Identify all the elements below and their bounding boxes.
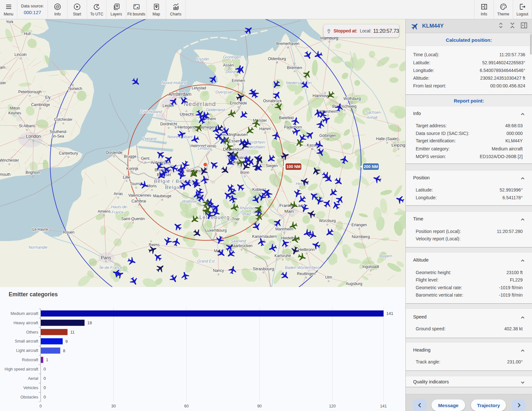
svg-text:Hamm: Hamm bbox=[259, 127, 270, 131]
svg-text:Utrecht: Utrecht bbox=[180, 112, 194, 117]
svg-text:Norwich: Norwich bbox=[68, 86, 82, 91]
svg-text:Ulm: Ulm bbox=[325, 275, 332, 280]
svg-text:Zuid-Holland: Zuid-Holland bbox=[140, 110, 162, 114]
svg-text:0: 0 bbox=[44, 395, 46, 399]
svg-text:Göttingen: Göttingen bbox=[319, 133, 336, 138]
svg-text:Saarbrücken: Saarbrücken bbox=[231, 244, 253, 248]
svg-text:Groningen: Groningen bbox=[223, 55, 241, 59]
svg-text:Nijmegen: Nijmegen bbox=[199, 125, 216, 130]
svg-text:Gelderland: Gelderland bbox=[206, 108, 225, 112]
svg-text:Emitter categories: Emitter categories bbox=[9, 291, 58, 298]
svg-text:18: 18 bbox=[87, 320, 92, 325]
svg-text:Saint-Quentin: Saint-Quentin bbox=[121, 217, 145, 221]
svg-text:High speed aircraft: High speed aircraft bbox=[4, 367, 38, 371]
svg-text:St Albans: St Albans bbox=[19, 124, 35, 128]
svg-text:Essen: Essen bbox=[228, 138, 241, 143]
svg-text:on-Sea: on-Sea bbox=[52, 134, 64, 138]
svg-text:Sachsen-: Sachsen- bbox=[366, 110, 382, 115]
svg-text:Bielefeld: Bielefeld bbox=[279, 116, 294, 120]
svg-text:Bonn: Bonn bbox=[240, 170, 249, 175]
svg-text:London: London bbox=[26, 134, 41, 139]
svg-text:Portsmouth: Portsmouth bbox=[0, 172, 11, 177]
svg-text:0: 0 bbox=[44, 385, 46, 390]
svg-text:Hauts-de-: Hauts-de- bbox=[111, 205, 128, 209]
svg-text:Westfalen: Westfalen bbox=[248, 145, 265, 149]
svg-text:Cambridge: Cambridge bbox=[31, 103, 50, 107]
svg-text:Nancy: Nancy bbox=[213, 268, 224, 273]
svg-text:8: 8 bbox=[63, 348, 65, 353]
svg-text:Mons: Mons bbox=[147, 184, 156, 188]
svg-text:Heavy aircraft: Heavy aircraft bbox=[13, 321, 39, 325]
svg-text:Maubeuge: Maubeuge bbox=[153, 194, 172, 198]
svg-text:Lincoln: Lincoln bbox=[14, 52, 27, 57]
svg-text:0: 0 bbox=[40, 404, 42, 408]
svg-text:Main: Main bbox=[284, 209, 294, 214]
svg-text:Bayern: Bayern bbox=[380, 254, 392, 258]
svg-text:Others: Others bbox=[26, 330, 38, 335]
svg-text:11: 11 bbox=[70, 330, 75, 335]
svg-text:Grand Est: Grand Est bbox=[197, 259, 215, 264]
svg-text:Osnabrück: Osnabrück bbox=[263, 99, 282, 103]
svg-text:Leicester: Leicester bbox=[0, 81, 6, 85]
svg-text:Kortrijk: Kortrijk bbox=[126, 166, 138, 171]
svg-text:Frankfurt am: Frankfurt am bbox=[279, 203, 304, 208]
svg-text:Kaiserslautern: Kaiserslautern bbox=[252, 234, 277, 239]
svg-text:Paderborn: Paderborn bbox=[284, 125, 302, 130]
svg-text:1: 1 bbox=[46, 357, 48, 362]
svg-text:Heilbronn: Heilbronn bbox=[298, 247, 315, 252]
svg-text:Oldenburg: Oldenburg bbox=[268, 57, 286, 61]
svg-text:Assen: Assen bbox=[223, 63, 234, 67]
svg-text:Luxembourg: Luxembourg bbox=[205, 228, 227, 233]
svg-text:Colchester: Colchester bbox=[54, 117, 72, 122]
svg-text:Leipzig: Leipzig bbox=[392, 143, 405, 147]
svg-text:Fryslân: Fryslân bbox=[196, 57, 209, 61]
svg-text:0: 0 bbox=[44, 376, 46, 381]
svg-text:@: @ bbox=[55, 4, 60, 9]
svg-text:Brighton: Brighton bbox=[26, 170, 40, 175]
svg-text:Anhalt: Anhalt bbox=[366, 115, 378, 120]
svg-text:Limburg: Limburg bbox=[198, 146, 212, 151]
svg-text:Halle (Saale): Halle (Saale) bbox=[376, 137, 398, 141]
svg-text:Overijssel: Overijssel bbox=[216, 90, 233, 94]
svg-text:Ely: Ely bbox=[45, 95, 51, 100]
svg-text:100 NM: 100 NM bbox=[287, 165, 301, 169]
svg-text:141: 141 bbox=[380, 404, 387, 408]
svg-text:Nürnberg: Nürnberg bbox=[352, 234, 370, 239]
svg-text:Niedersachsen: Niedersachsen bbox=[286, 81, 312, 85]
svg-text:Hull: Hull bbox=[24, 31, 31, 36]
svg-text:Düsseldorf: Düsseldorf bbox=[223, 147, 244, 152]
svg-text:Saarland: Saarland bbox=[231, 239, 246, 243]
svg-text:Bremen: Bremen bbox=[287, 65, 302, 70]
svg-text:Winchester: Winchester bbox=[0, 158, 19, 163]
svg-text:Würzburg: Würzburg bbox=[319, 219, 336, 223]
svg-text:Baden-Württemberg: Baden-Württemberg bbox=[285, 265, 320, 270]
svg-text:Ingolstadt: Ingolstadt bbox=[362, 264, 379, 269]
svg-text:Braunschweig: Braunschweig bbox=[332, 104, 356, 109]
svg-text:Trier: Trier bbox=[232, 217, 240, 221]
svg-text:Vehicles: Vehicles bbox=[23, 386, 38, 390]
svg-text:Zeeland: Zeeland bbox=[142, 137, 156, 141]
svg-text:Mannheim: Mannheim bbox=[275, 227, 293, 231]
svg-text:Medium aircraft: Medium aircraft bbox=[11, 311, 39, 316]
svg-text:Amsterdam: Amsterdam bbox=[168, 92, 191, 97]
svg-text:Cambrai: Cambrai bbox=[131, 199, 146, 203]
svg-text:Rheinland-: Rheinland- bbox=[240, 206, 258, 210]
svg-text:Münster: Münster bbox=[253, 118, 267, 123]
svg-text:141: 141 bbox=[386, 311, 394, 316]
svg-text:Nederland: Nederland bbox=[183, 101, 216, 107]
svg-text:Milton: Milton bbox=[10, 106, 20, 111]
svg-text:30: 30 bbox=[111, 404, 116, 408]
svg-text:Siegen: Siegen bbox=[266, 164, 278, 168]
svg-text:60: 60 bbox=[184, 404, 189, 408]
svg-text:Tournai: Tournai bbox=[130, 182, 142, 186]
svg-text:Wallonie: Wallonie bbox=[182, 199, 197, 204]
svg-text:Karlsruhe: Karlsruhe bbox=[274, 254, 291, 258]
svg-text:Aerial: Aerial bbox=[28, 376, 38, 381]
svg-text:Strasbourg: Strasbourg bbox=[253, 266, 274, 271]
svg-text:York: York bbox=[6, 20, 14, 24]
svg-text:Obstacles: Obstacles bbox=[20, 395, 38, 399]
svg-text:Wolfsburg: Wolfsburg bbox=[343, 96, 361, 101]
svg-text:Peterborough: Peterborough bbox=[18, 90, 42, 94]
svg-text:France: France bbox=[111, 210, 124, 215]
svg-text:Lelystad: Lelystad bbox=[192, 86, 206, 90]
